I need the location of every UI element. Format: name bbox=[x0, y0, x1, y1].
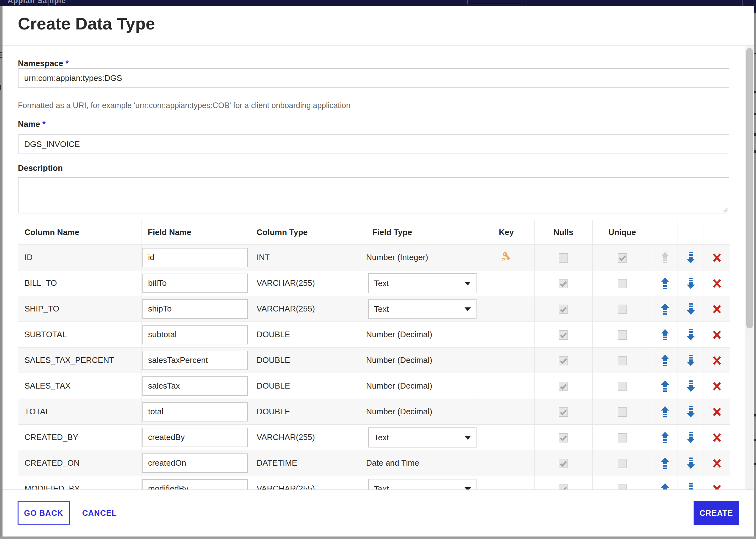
checkbox-checked[interactable] bbox=[559, 279, 568, 288]
move-down-icon[interactable] bbox=[686, 303, 695, 315]
field-type-select[interactable]: Text bbox=[368, 273, 477, 293]
delete-row-icon[interactable] bbox=[713, 407, 721, 417]
field-name-input[interactable] bbox=[142, 402, 248, 422]
delete-row-icon[interactable] bbox=[713, 253, 721, 262]
delete-cell bbox=[704, 450, 730, 476]
checkbox-unchecked[interactable] bbox=[618, 459, 627, 468]
checkbox-unchecked[interactable] bbox=[618, 433, 627, 442]
delete-row-icon[interactable] bbox=[713, 459, 721, 468]
delete-cell bbox=[704, 476, 730, 490]
delete-row-icon[interactable] bbox=[713, 305, 721, 314]
move-up-icon[interactable] bbox=[661, 458, 669, 469]
move-up-cell bbox=[652, 347, 678, 373]
field-type-select[interactable]: Text bbox=[368, 479, 477, 490]
background-bottom-edge bbox=[0, 536, 756, 539]
field-type-select-wrap: Text bbox=[368, 479, 477, 490]
field-name-input[interactable] bbox=[142, 351, 248, 370]
move-up-cell bbox=[652, 296, 678, 322]
move-down-icon[interactable] bbox=[686, 355, 695, 366]
dialog-scrollbar-thumb[interactable] bbox=[746, 48, 753, 329]
checkbox-checked[interactable] bbox=[559, 330, 568, 340]
field-name-input[interactable] bbox=[142, 453, 248, 473]
move-up-icon[interactable] bbox=[661, 432, 669, 443]
checkbox-checked[interactable] bbox=[559, 485, 568, 490]
move-down-icon[interactable] bbox=[686, 483, 695, 490]
checkbox-unchecked[interactable] bbox=[618, 279, 627, 288]
field-name-input[interactable] bbox=[142, 273, 248, 293]
field-type-text: Number (Decimal) bbox=[366, 355, 432, 365]
nulls-cell bbox=[534, 270, 593, 296]
nulls-cell bbox=[534, 347, 593, 373]
move-down-icon[interactable] bbox=[686, 278, 695, 289]
cancel-button[interactable]: CANCEL bbox=[80, 501, 119, 525]
textarea-resize-grip[interactable] bbox=[722, 206, 728, 213]
delete-row-icon[interactable] bbox=[713, 382, 721, 391]
checkbox-unchecked[interactable] bbox=[618, 407, 627, 417]
namespace-helper-text: Formatted as a URI, for example 'urn:com… bbox=[18, 101, 350, 110]
delete-row-icon[interactable] bbox=[713, 330, 721, 340]
table-row: CREATED_ON DATETIMEDate and Time bbox=[18, 450, 730, 476]
move-up-icon[interactable] bbox=[661, 380, 669, 392]
table-header-row: Column Name Field Name Column Type Field… bbox=[18, 220, 730, 245]
checkbox-checked[interactable] bbox=[559, 356, 568, 365]
checkbox-unchecked[interactable] bbox=[559, 253, 568, 263]
checkbox-unchecked[interactable] bbox=[618, 330, 627, 340]
field-type-cell: Number (Decimal) bbox=[366, 347, 478, 373]
field-type-select[interactable]: Text bbox=[368, 299, 477, 319]
header-move-up bbox=[652, 220, 678, 245]
move-up-icon[interactable] bbox=[661, 278, 669, 289]
checkbox-unchecked[interactable] bbox=[618, 382, 627, 391]
move-up-icon[interactable] bbox=[661, 355, 669, 366]
move-down-icon[interactable] bbox=[686, 380, 695, 392]
create-data-type-dialog: Create Data Type Namespace * Formatted a… bbox=[3, 6, 754, 536]
field-name-cell bbox=[142, 373, 250, 399]
checkbox-unchecked[interactable] bbox=[618, 356, 627, 365]
delete-cell bbox=[704, 322, 730, 347]
move-up-icon[interactable] bbox=[661, 252, 669, 263]
background-left-edge bbox=[0, 6, 3, 536]
checkbox-checked[interactable] bbox=[559, 407, 568, 417]
move-down-icon[interactable] bbox=[686, 329, 695, 340]
field-name-input[interactable] bbox=[142, 479, 248, 490]
delete-row-icon[interactable] bbox=[713, 433, 721, 442]
move-down-icon[interactable] bbox=[686, 458, 695, 469]
checkbox-checked[interactable] bbox=[559, 459, 568, 468]
move-down-icon[interactable] bbox=[686, 252, 695, 263]
unique-cell bbox=[593, 476, 652, 490]
field-name-input[interactable] bbox=[142, 428, 248, 447]
field-name-input[interactable] bbox=[142, 299, 248, 319]
column-name-cell: BILL_TO bbox=[18, 270, 142, 296]
delete-row-icon[interactable] bbox=[713, 356, 721, 365]
checkbox-checked[interactable] bbox=[559, 382, 568, 391]
go-back-button[interactable]: GO BACK bbox=[18, 501, 70, 525]
checkbox-checked[interactable] bbox=[618, 253, 627, 263]
dialog-footer: GO BACK CANCEL CREATE bbox=[3, 490, 754, 536]
nulls-cell bbox=[534, 476, 593, 490]
delete-row-icon[interactable] bbox=[713, 279, 721, 288]
table-row: ID INTNumber (Integer) P bbox=[18, 245, 730, 270]
field-name-input[interactable] bbox=[142, 376, 248, 396]
name-input[interactable] bbox=[18, 134, 729, 154]
table-body: ID INTNumber (Integer) P BILL_TO VARCHAR… bbox=[18, 245, 730, 490]
namespace-input[interactable] bbox=[18, 68, 729, 88]
description-textarea[interactable] bbox=[18, 177, 729, 213]
move-up-icon[interactable] bbox=[661, 406, 669, 418]
move-down-icon[interactable] bbox=[686, 406, 695, 418]
checkbox-unchecked[interactable] bbox=[618, 485, 627, 490]
move-up-icon[interactable] bbox=[661, 483, 669, 490]
field-type-cell: Text bbox=[366, 270, 478, 296]
delete-row-icon[interactable] bbox=[713, 485, 721, 490]
column-name-cell: CREATED_BY bbox=[18, 424, 142, 450]
move-up-icon[interactable] bbox=[661, 329, 669, 340]
checkbox-checked[interactable] bbox=[559, 305, 568, 314]
create-button[interactable]: CREATE bbox=[694, 501, 739, 525]
field-name-input[interactable] bbox=[142, 248, 248, 267]
checkbox-checked[interactable] bbox=[559, 433, 568, 442]
checkbox-unchecked[interactable] bbox=[618, 305, 627, 314]
move-down-icon[interactable] bbox=[686, 432, 695, 443]
field-name-input[interactable] bbox=[142, 325, 248, 345]
key-cell bbox=[478, 322, 534, 347]
move-up-icon[interactable] bbox=[661, 303, 669, 315]
dialog-scrollbar-track[interactable] bbox=[745, 46, 754, 490]
field-type-select[interactable]: Text bbox=[368, 427, 477, 447]
